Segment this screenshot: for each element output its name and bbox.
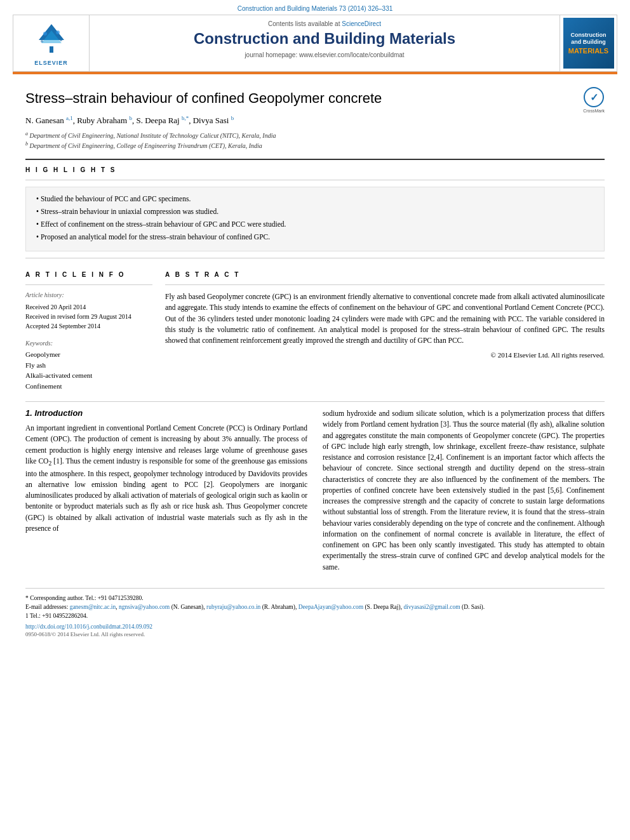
email-line: E-mail addresses: ganesm@nitc.ac.in, ngn… [25,603,605,611]
affiliation-a: a Department of Civil Engineering, Natio… [25,130,605,140]
doi-link[interactable]: http://dx.doi.org/10.1016/j.conbuildmat.… [25,623,152,630]
tel-note: 1 Tel.: +91 04952286204. [25,611,605,620]
svg-point-5 [41,40,43,43]
intro-left-col: 1. Introduction An important ingredient … [25,408,307,578]
elsevier-logo: ELSEVIER [32,21,70,66]
authors-line: N. Ganesan a,1, Ruby Abraham b, S. Deepa… [25,114,605,127]
journal-homepage: journal homepage: www.elsevier.com/locat… [102,51,547,58]
author-ganesan: N. Ganesan [25,116,64,125]
email-divya[interactable]: divyasasi2@gmail.com [403,604,460,610]
elsevier-text: ELSEVIER [32,60,70,66]
highlights-label: H I G H L I G H T S [25,166,605,173]
affiliations: a Department of Civil Engineering, Natio… [25,130,605,151]
title-row: Stress–strain behaviour of confined Geop… [25,84,605,114]
abstract-label: A B S T R A C T [165,271,605,278]
accepted-date: Accepted 24 September 2014 [25,321,152,331]
badge-building: and Building [571,39,606,45]
author-ruby-sup: b [129,115,132,121]
highlight-4: Proposed an analytical model for the str… [36,232,594,242]
abstract-col: A B S T R A C T Fly ash based Geopolymer… [165,265,605,391]
author-divya: Divya Sasi [193,116,229,125]
email-label: E-mail addresses: [25,604,68,610]
journal-main-title: Construction and Building Materials [102,30,547,48]
abstract-rule [165,284,605,285]
history-label: Article history: [25,291,152,298]
sciencedirect-link[interactable]: ScienceDirect [342,20,381,27]
article-info-label: A R T I C L E I N F O [25,271,152,278]
keyword-1: Geopolymer [25,349,152,360]
affiliation-b: b Department of Civil Engineering, Colle… [25,140,605,150]
journal-header: ELSEVIER Contents lists available at Sci… [13,15,617,72]
svg-point-3 [43,32,47,36]
email-ganesan[interactable]: ganesm@nitc.ac.in [70,604,116,610]
doi-line: http://dx.doi.org/10.1016/j.conbuildmat.… [25,623,605,630]
keyword-3: Alkali-activated cement [25,370,152,381]
highlight-2: Stress–strain behaviour in uniaxial comp… [36,206,594,217]
introduction-section: 1. Introduction An important ingredient … [25,408,605,578]
article-info-col: A R T I C L E I N F O Article history: R… [25,265,152,391]
page: Construction and Building Materials 73 (… [0,0,630,840]
info-rule [25,284,152,285]
author-ganesan-sup: a,1 [66,115,73,121]
intro-heading: 1. Introduction [25,408,307,418]
svg-point-6 [60,39,62,41]
journal-badge-area: Construction and Building MATERIALS [560,15,617,71]
info-abstract-section: A R T I C L E I N F O Article history: R… [25,265,605,391]
received-date: Received 20 April 2014 [25,302,152,312]
intro-right-paragraph: sodium hydroxide and sodium silicate sol… [323,408,605,573]
title-divider [25,159,605,160]
crossmark-area[interactable]: ✓ CrossMark [583,87,605,113]
intro-right-col: sodium hydroxide and sodium silicate sol… [323,408,605,578]
journal-title-area: Contents lists available at ScienceDirec… [90,15,560,71]
highlights-top-rule [25,180,605,180]
badge-construction: Construction [571,32,607,38]
highlight-1: Studied the behaviour of PCC and GPC spe… [36,194,594,204]
revised-date: Received in revised form 29 August 2014 [25,312,152,321]
abstract-copyright: © 2014 Elsevier Ltd. All rights reserved… [165,351,605,359]
abstract-text: Fly ash based Geopolymer concrete (GPC) … [165,291,605,346]
svg-point-4 [56,30,60,34]
highlights-bottom-rule [25,258,605,258]
elsevier-logo-area: ELSEVIER [13,15,90,71]
keyword-4: Confinement [25,381,152,392]
issn-line: 0950-0618/© 2014 Elsevier Ltd. All right… [25,631,605,637]
keywords-section: Keywords: Geopolymer Fly ash Alkali-acti… [25,340,152,391]
author-deepa-sup: b,* [182,115,189,121]
crossmark-label: CrossMark [583,109,605,113]
journal-ref-text: Construction and Building Materials 73 (… [238,5,393,12]
article-title: Stress–strain behaviour of confined Geop… [25,90,382,108]
highlight-3: Effect of confinement on the stress–stra… [36,219,594,229]
contents-text: Contents lists available at [268,20,340,27]
keywords-label: Keywords: [25,340,152,347]
corresponding-note: * Corresponding author. Tel.: +91 047125… [25,594,605,603]
body-content: 1. Introduction An important ingredient … [25,401,605,578]
elsevier-tree-icon [32,21,70,56]
highlights-box: Studied the behaviour of PCC and GPC spe… [25,187,605,251]
footnote-area: * Corresponding author. Tel.: +91 047125… [25,588,605,637]
email-deepa[interactable]: DeepaAjayan@yahoo.com [298,604,363,610]
author-deepa: S. Deepa Raj [136,116,179,125]
body-top-rule [25,401,605,402]
main-content: Stress–strain behaviour of confined Geop… [0,74,630,648]
intro-left-paragraph: An important ingredient in conventional … [25,423,307,534]
badge-materials: MATERIALS [568,47,608,55]
author-divya-sup: b [231,115,234,121]
journal-reference: Construction and Building Materials 73 (… [0,0,630,15]
keyword-2: Fly ash [25,360,152,371]
contents-line: Contents lists available at ScienceDirec… [102,20,547,27]
author-ruby: Ruby Abraham [77,116,127,125]
svg-rect-0 [50,46,53,53]
badge-title-line1: Construction and Building [571,32,607,46]
journal-badge: Construction and Building MATERIALS [563,18,614,69]
email-ngnsiva[interactable]: ngnsiva@yahoo.com [119,604,170,610]
crossmark-icon: ✓ [584,87,604,107]
email-ruby[interactable]: rubyraju@yahoo.co.in [206,604,260,610]
